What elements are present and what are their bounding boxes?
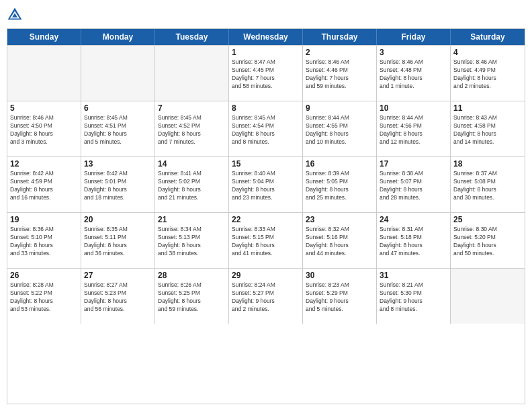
cell-content: Sunrise: 8:37 AM Sunset: 5:08 PM Dayligh… — [453, 170, 522, 202]
cell-content: Sunrise: 8:24 AM Sunset: 5:27 PM Dayligh… — [232, 281, 300, 314]
cell-content: Sunrise: 8:34 AM Sunset: 5:13 PM Dayligh… — [158, 226, 226, 258]
day-number: 1 — [232, 48, 300, 57]
week-row-1: 1Sunrise: 8:47 AM Sunset: 4:45 PM Daylig… — [7, 45, 525, 101]
day-number: 8 — [232, 103, 300, 113]
day-cell-15: 15Sunrise: 8:40 AM Sunset: 5:04 PM Dayli… — [229, 157, 303, 212]
cell-content: Sunrise: 8:46 AM Sunset: 4:46 PM Dayligh… — [306, 58, 373, 91]
day-number: 23 — [306, 215, 373, 224]
day-cell-5: 5Sunrise: 8:46 AM Sunset: 4:50 PM Daylig… — [7, 101, 81, 156]
empty-cell — [7, 46, 81, 101]
cell-content: Sunrise: 8:44 AM Sunset: 4:56 PM Dayligh… — [380, 114, 447, 146]
day-number: 10 — [380, 103, 447, 113]
cell-content: Sunrise: 8:31 AM Sunset: 5:18 PM Dayligh… — [380, 226, 447, 258]
day-cell-18: 18Sunrise: 8:37 AM Sunset: 5:08 PM Dayli… — [451, 157, 525, 212]
cell-content: Sunrise: 8:42 AM Sunset: 5:01 PM Dayligh… — [84, 170, 152, 202]
day-number: 17 — [380, 159, 447, 169]
day-cell-16: 16Sunrise: 8:39 AM Sunset: 5:05 PM Dayli… — [303, 157, 377, 212]
cell-content: Sunrise: 8:36 AM Sunset: 5:10 PM Dayligh… — [10, 226, 78, 258]
cell-content: Sunrise: 8:46 AM Sunset: 4:50 PM Dayligh… — [10, 114, 78, 146]
cell-content: Sunrise: 8:33 AM Sunset: 5:15 PM Dayligh… — [232, 226, 300, 258]
week-row-4: 19Sunrise: 8:36 AM Sunset: 5:10 PM Dayli… — [7, 212, 525, 268]
day-cell-24: 24Sunrise: 8:31 AM Sunset: 5:18 PM Dayli… — [377, 213, 451, 268]
day-cell-10: 10Sunrise: 8:44 AM Sunset: 4:56 PM Dayli… — [377, 101, 451, 156]
day-cell-3: 3Sunrise: 8:46 AM Sunset: 4:48 PM Daylig… — [377, 46, 451, 101]
header-day-sunday: Sunday — [7, 29, 81, 45]
day-number: 7 — [158, 103, 226, 113]
cell-content: Sunrise: 8:26 AM Sunset: 5:25 PM Dayligh… — [158, 281, 226, 314]
day-number: 3 — [380, 48, 447, 57]
cell-content: Sunrise: 8:21 AM Sunset: 5:30 PM Dayligh… — [380, 281, 447, 314]
day-cell-8: 8Sunrise: 8:45 AM Sunset: 4:54 PM Daylig… — [229, 101, 303, 156]
cell-content: Sunrise: 8:32 AM Sunset: 5:16 PM Dayligh… — [306, 226, 373, 258]
day-cell-4: 4Sunrise: 8:46 AM Sunset: 4:49 PM Daylig… — [451, 46, 525, 101]
day-cell-7: 7Sunrise: 8:45 AM Sunset: 4:52 PM Daylig… — [155, 101, 229, 156]
logo-icon — [7, 7, 23, 23]
header-day-tuesday: Tuesday — [155, 29, 229, 45]
cell-content: Sunrise: 8:35 AM Sunset: 5:11 PM Dayligh… — [84, 226, 152, 258]
day-number: 18 — [453, 159, 522, 169]
cell-content: Sunrise: 8:28 AM Sunset: 5:22 PM Dayligh… — [10, 281, 78, 314]
day-number: 25 — [453, 215, 522, 224]
cell-content: Sunrise: 8:44 AM Sunset: 4:55 PM Dayligh… — [306, 114, 373, 146]
logo — [7, 7, 26, 23]
cell-content: Sunrise: 8:46 AM Sunset: 4:49 PM Dayligh… — [453, 58, 522, 91]
day-cell-20: 20Sunrise: 8:35 AM Sunset: 5:11 PM Dayli… — [81, 213, 155, 268]
day-number: 26 — [10, 271, 78, 280]
day-number: 20 — [84, 215, 152, 224]
empty-cell — [451, 269, 525, 324]
cell-content: Sunrise: 8:47 AM Sunset: 4:45 PM Dayligh… — [232, 58, 300, 91]
day-number: 12 — [10, 159, 78, 169]
header-day-saturday: Saturday — [451, 29, 525, 45]
day-number: 28 — [158, 271, 226, 280]
day-number: 30 — [306, 271, 373, 280]
day-cell-12: 12Sunrise: 8:42 AM Sunset: 4:59 PM Dayli… — [7, 157, 81, 212]
header-day-wednesday: Wednesday — [229, 29, 303, 45]
cell-content: Sunrise: 8:40 AM Sunset: 5:04 PM Dayligh… — [232, 170, 300, 202]
day-cell-17: 17Sunrise: 8:38 AM Sunset: 5:07 PM Dayli… — [377, 157, 451, 212]
cell-content: Sunrise: 8:27 AM Sunset: 5:23 PM Dayligh… — [84, 281, 152, 314]
cell-content: Sunrise: 8:30 AM Sunset: 5:20 PM Dayligh… — [453, 226, 522, 258]
day-number: 27 — [84, 271, 152, 280]
cell-content: Sunrise: 8:45 AM Sunset: 4:52 PM Dayligh… — [158, 114, 226, 146]
cell-content: Sunrise: 8:38 AM Sunset: 5:07 PM Dayligh… — [380, 170, 447, 202]
day-cell-28: 28Sunrise: 8:26 AM Sunset: 5:25 PM Dayli… — [155, 269, 229, 324]
day-number: 15 — [232, 159, 300, 169]
day-cell-14: 14Sunrise: 8:41 AM Sunset: 5:02 PM Dayli… — [155, 157, 229, 212]
cell-content: Sunrise: 8:42 AM Sunset: 4:59 PM Dayligh… — [10, 170, 78, 202]
day-number: 16 — [306, 159, 373, 169]
calendar: SundayMondayTuesdayWednesdayThursdayFrid… — [7, 28, 525, 404]
day-number: 4 — [453, 48, 522, 57]
day-cell-13: 13Sunrise: 8:42 AM Sunset: 5:01 PM Dayli… — [81, 157, 155, 212]
day-cell-29: 29Sunrise: 8:24 AM Sunset: 5:27 PM Dayli… — [229, 269, 303, 324]
empty-cell — [155, 46, 229, 101]
day-number: 14 — [158, 159, 226, 169]
cell-content: Sunrise: 8:45 AM Sunset: 4:51 PM Dayligh… — [84, 114, 152, 146]
cell-content: Sunrise: 8:45 AM Sunset: 4:54 PM Dayligh… — [232, 114, 300, 146]
calendar-body: 1Sunrise: 8:47 AM Sunset: 4:45 PM Daylig… — [7, 45, 525, 324]
day-number: 2 — [306, 48, 373, 57]
day-number: 9 — [306, 103, 373, 113]
calendar-header: SundayMondayTuesdayWednesdayThursdayFrid… — [7, 29, 525, 45]
cell-content: Sunrise: 8:39 AM Sunset: 5:05 PM Dayligh… — [306, 170, 373, 202]
day-number: 24 — [380, 215, 447, 224]
day-number: 19 — [10, 215, 78, 224]
day-number: 29 — [232, 271, 300, 280]
header-day-friday: Friday — [377, 29, 451, 45]
day-cell-11: 11Sunrise: 8:43 AM Sunset: 4:58 PM Dayli… — [451, 101, 525, 156]
cell-content: Sunrise: 8:43 AM Sunset: 4:58 PM Dayligh… — [453, 114, 522, 146]
empty-cell — [81, 46, 155, 101]
day-cell-21: 21Sunrise: 8:34 AM Sunset: 5:13 PM Dayli… — [155, 213, 229, 268]
day-cell-27: 27Sunrise: 8:27 AM Sunset: 5:23 PM Dayli… — [81, 269, 155, 324]
day-number: 11 — [453, 103, 522, 113]
day-cell-26: 26Sunrise: 8:28 AM Sunset: 5:22 PM Dayli… — [7, 269, 81, 324]
day-cell-31: 31Sunrise: 8:21 AM Sunset: 5:30 PM Dayli… — [377, 269, 451, 324]
week-row-2: 5Sunrise: 8:46 AM Sunset: 4:50 PM Daylig… — [7, 101, 525, 156]
header-day-monday: Monday — [81, 29, 155, 45]
day-number: 22 — [232, 215, 300, 224]
day-cell-2: 2Sunrise: 8:46 AM Sunset: 4:46 PM Daylig… — [303, 46, 377, 101]
day-number: 31 — [380, 271, 447, 280]
cell-content: Sunrise: 8:41 AM Sunset: 5:02 PM Dayligh… — [158, 170, 226, 202]
day-cell-1: 1Sunrise: 8:47 AM Sunset: 4:45 PM Daylig… — [229, 46, 303, 101]
header-day-thursday: Thursday — [303, 29, 377, 45]
day-number: 6 — [84, 103, 152, 113]
